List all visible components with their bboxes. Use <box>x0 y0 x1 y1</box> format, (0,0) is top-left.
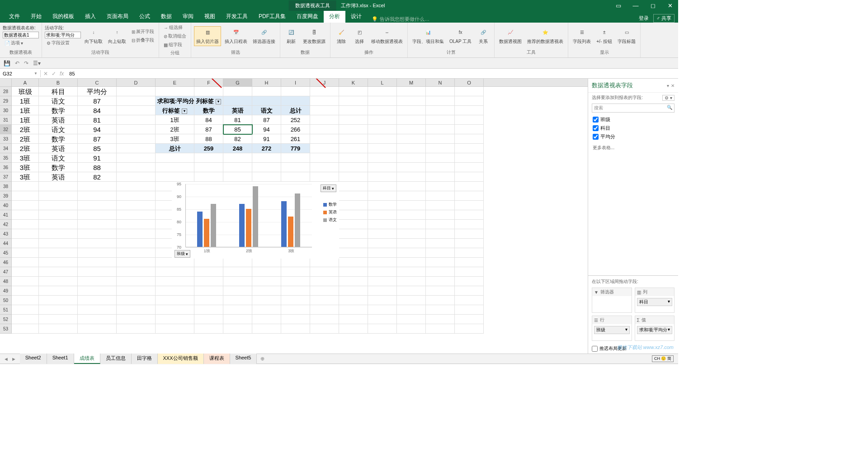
cell-N40[interactable] <box>426 201 455 210</box>
sheet-tab-5[interactable]: XXX公司销售额 <box>158 354 204 364</box>
cell-F53[interactable] <box>194 324 223 334</box>
cell-H47[interactable] <box>252 267 281 277</box>
cell-G33[interactable]: 82 <box>223 134 252 144</box>
cell-L42[interactable] <box>368 220 397 229</box>
cell-N42[interactable] <box>426 220 455 229</box>
cell-C53[interactable] <box>78 324 117 334</box>
cell-A33[interactable]: 2班 <box>12 134 39 144</box>
cell-L33[interactable] <box>368 134 397 144</box>
cell-G28[interactable] <box>223 87 252 96</box>
cell-O43[interactable] <box>455 229 484 239</box>
cell-C38[interactable] <box>78 182 117 191</box>
sheet-tab-4[interactable]: 田字格 <box>132 354 158 364</box>
pivot-chart[interactable]: 科目▾ 7075808590951班2班3班 数学英语语文 班级▾ <box>172 182 339 259</box>
cell-J46[interactable] <box>310 258 339 267</box>
cell-M37[interactable] <box>397 172 426 182</box>
cell-O47[interactable] <box>455 267 484 277</box>
group-field-button[interactable]: ▦ 组字段 <box>162 41 188 49</box>
cell-I50[interactable] <box>281 296 310 305</box>
fx-icon[interactable]: fx <box>60 71 64 77</box>
cell-A52[interactable] <box>12 315 39 324</box>
cell-K44[interactable] <box>339 239 368 248</box>
cell-L51[interactable] <box>368 305 397 315</box>
cell-F30[interactable]: 数学 <box>194 106 223 115</box>
cell-E37[interactable] <box>156 172 194 182</box>
cell-K30[interactable] <box>339 106 368 115</box>
cell-M44[interactable] <box>397 239 426 248</box>
cell-B43[interactable] <box>39 229 78 239</box>
cell-G47[interactable] <box>223 267 252 277</box>
cell-O51[interactable] <box>455 305 484 315</box>
cell-K40[interactable] <box>339 201 368 210</box>
chart-bar[interactable] <box>246 209 251 247</box>
menu-tab-11[interactable]: 百度网盘 <box>291 10 324 23</box>
chart-bar[interactable] <box>281 201 287 247</box>
cell-D32[interactable] <box>117 125 156 134</box>
row-header-39[interactable]: 39 <box>0 191 12 201</box>
cell-C32[interactable]: 94 <box>78 125 117 134</box>
row-header-41[interactable]: 41 <box>0 210 12 220</box>
more-tables-link[interactable]: 更多表格... <box>588 143 678 153</box>
rows-area[interactable]: ☰行 班级▾ <box>592 316 632 341</box>
cell-H37[interactable] <box>252 172 281 182</box>
cell-N30[interactable] <box>426 106 455 115</box>
cell-I33[interactable]: 261 <box>281 134 310 144</box>
cell-K31[interactable] <box>339 115 368 125</box>
row-header-35[interactable]: 35 <box>0 153 12 163</box>
cell-I34[interactable]: 779 <box>281 144 310 153</box>
redo-icon[interactable]: ↷ <box>24 60 28 66</box>
cell-G48[interactable] <box>223 277 252 286</box>
cell-D43[interactable] <box>117 229 156 239</box>
olap-tools-button[interactable]: fxOLAP 工具 <box>448 27 473 46</box>
cell-F34[interactable]: 259 <box>194 144 223 153</box>
cell-L40[interactable] <box>368 201 397 210</box>
cell-M31[interactable] <box>397 115 426 125</box>
cell-G30[interactable]: 英语 <box>223 106 252 115</box>
cell-M36[interactable] <box>397 163 426 172</box>
cell-K43[interactable] <box>339 229 368 239</box>
cell-N43[interactable] <box>426 229 455 239</box>
new-sheet-button[interactable]: ⊕ <box>257 356 268 362</box>
row-header-28[interactable]: 28 <box>0 87 12 96</box>
cell-C36[interactable]: 88 <box>78 163 117 172</box>
cell-E35[interactable] <box>156 153 194 163</box>
cell-K45[interactable] <box>339 248 368 258</box>
cell-I53[interactable] <box>281 324 310 334</box>
cell-I29[interactable] <box>281 96 310 106</box>
sheet-tab-2[interactable]: 成绩表 <box>74 354 100 364</box>
row-header-50[interactable]: 50 <box>0 296 12 305</box>
cell-C44[interactable] <box>78 239 117 248</box>
pivot-chart-button[interactable]: 📈数据透视图 <box>497 27 524 46</box>
cell-F37[interactable] <box>194 172 223 182</box>
cell-A36[interactable]: 3班 <box>12 163 39 172</box>
cell-M35[interactable] <box>397 153 426 163</box>
cell-N48[interactable] <box>426 277 455 286</box>
row-header-53[interactable]: 53 <box>0 324 12 334</box>
col-header-C[interactable]: C <box>78 79 117 86</box>
cell-D50[interactable] <box>117 296 156 305</box>
cell-K33[interactable] <box>339 134 368 144</box>
cell-L47[interactable] <box>368 267 397 277</box>
move-pivot-button[interactable]: ↔移动数据透视表 <box>369 27 405 46</box>
cell-K42[interactable] <box>339 220 368 229</box>
cell-D37[interactable] <box>117 172 156 182</box>
cell-B41[interactable] <box>39 210 78 220</box>
cell-H30[interactable]: 语文 <box>252 106 281 115</box>
cell-O29[interactable] <box>455 96 484 106</box>
cell-L35[interactable] <box>368 153 397 163</box>
cell-J52[interactable] <box>310 315 339 324</box>
cell-L43[interactable] <box>368 229 397 239</box>
cell-D51[interactable] <box>117 305 156 315</box>
cell-J30[interactable] <box>310 106 339 115</box>
cell-K32[interactable] <box>339 125 368 134</box>
menu-tab-7[interactable]: 审阅 <box>177 10 199 23</box>
cell-D53[interactable] <box>117 324 156 334</box>
cell-O33[interactable] <box>455 134 484 144</box>
cell-B53[interactable] <box>39 324 78 334</box>
cell-N45[interactable] <box>426 248 455 258</box>
cell-D52[interactable] <box>117 315 156 324</box>
cell-A45[interactable] <box>12 248 39 258</box>
cell-A44[interactable] <box>12 239 39 248</box>
cell-B50[interactable] <box>39 296 78 305</box>
cell-I37[interactable] <box>281 172 310 182</box>
